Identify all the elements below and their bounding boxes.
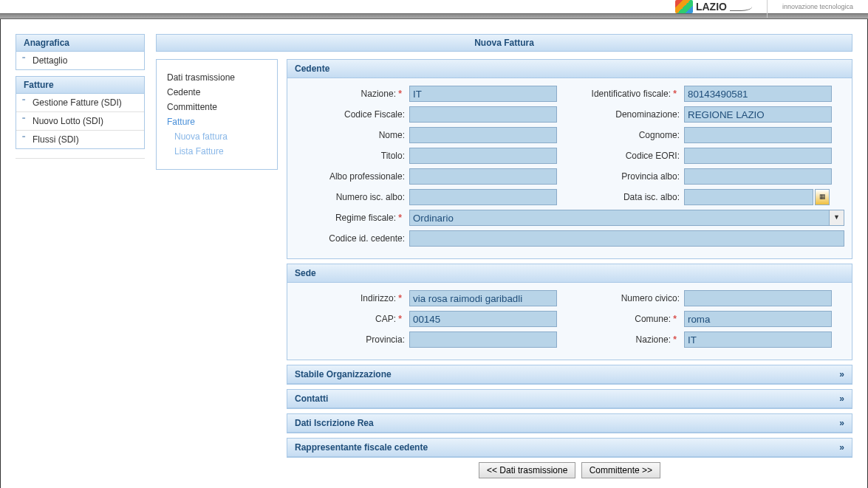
sidebar-item-gestione-fatture[interactable]: Gestione Fatture (SDI) — [16, 94, 144, 112]
step-dati-trasmissione[interactable]: Dati trasmissione — [164, 70, 270, 85]
label-codice-eori: Codice EORI: — [570, 151, 684, 161]
step-nuova-fattura[interactable]: Nuova fattura — [164, 129, 270, 144]
sidebar-item-dettaglio[interactable]: Dettaglio — [16, 52, 144, 69]
collapse-icon: » — [839, 394, 844, 404]
chevron-down-icon[interactable]: ▼ — [830, 210, 844, 226]
label-numero-civico: Numero civico: — [570, 293, 684, 303]
section-title-dati-iscr-rea: Dati Iscrizione Rea — [295, 418, 374, 428]
label-nome: Nome: — [295, 130, 409, 140]
sidebar: Anagrafica Dettaglio Fatture Gestione Fa… — [16, 34, 145, 478]
label-codice-id-cedente: Codice id. cedente: — [295, 233, 409, 244]
label-albo-prof: Albo professionale: — [295, 171, 409, 182]
input-codice-fiscale[interactable] — [409, 106, 557, 123]
input-nome[interactable] — [409, 127, 557, 143]
next-button[interactable]: Committente >> — [581, 462, 660, 478]
input-cap[interactable] — [409, 311, 557, 327]
input-indirizzo[interactable] — [409, 290, 557, 306]
section-rappresentante: Rappresentante fiscale cedente » — [287, 438, 852, 458]
label-codice-fiscale: Codice Fiscale: — [295, 109, 409, 120]
input-numero-civico[interactable] — [684, 290, 832, 306]
prev-button[interactable]: << Dati trasmissione — [479, 462, 575, 478]
step-fatture[interactable]: Fatture — [164, 114, 270, 129]
label-regime-fiscale: Regime fiscale: * — [295, 213, 409, 223]
section-header-dati-iscr-rea[interactable]: Dati Iscrizione Rea » — [287, 414, 852, 433]
section-title-rappresentante: Rappresentante fiscale cedente — [295, 442, 428, 453]
nav-buttons: << Dati trasmissione Committente >> — [287, 462, 852, 478]
sidebar-header-anagrafica: Anagrafica — [16, 35, 144, 52]
input-comune[interactable] — [684, 311, 832, 327]
input-titolo[interactable] — [409, 148, 557, 164]
section-contatti: Contatti » — [287, 389, 852, 409]
collapse-icon: » — [839, 369, 844, 379]
sidebar-divider — [16, 158, 145, 159]
section-title-sede: Sede — [295, 268, 316, 278]
label-nazione: Nazione: * — [295, 89, 409, 99]
step-lista-fatture[interactable]: Lista Fatture — [164, 144, 270, 159]
section-title-cedente: Cedente — [295, 63, 329, 74]
label-indirizzo: Indirizzo: * — [295, 293, 409, 303]
label-provincia: Provincia: — [295, 334, 409, 345]
content-area: Nuova Fattura Dati trasmissione Cedente … — [156, 34, 852, 478]
section-header-contatti[interactable]: Contatti » — [287, 390, 852, 408]
label-data-isc-albo: Data isc. albo: — [570, 192, 684, 202]
input-codice-id-cedente[interactable] — [409, 230, 844, 247]
label-comune: Comune: * — [570, 314, 684, 324]
sidebar-group-anagrafica: Anagrafica Dettaglio — [16, 34, 145, 70]
sidebar-group-fatture: Fatture Gestione Fatture (SDI) Nuovo Lot… — [16, 76, 145, 149]
input-denominazione[interactable] — [684, 106, 832, 123]
logo-lazio: LAZIO — [675, 0, 752, 13]
input-num-isc-albo[interactable] — [409, 189, 557, 205]
swoosh-icon — [730, 2, 752, 11]
top-divider — [0, 13, 868, 19]
step-committente[interactable]: Committente — [164, 100, 270, 114]
section-sede: Sede Indirizzo: * Numero civico: — [287, 264, 852, 360]
sidebar-header-fatture: Fatture — [16, 77, 144, 94]
section-stabile-org: Stabile Organizzazione » — [287, 365, 852, 385]
label-num-isc-albo: Numero isc. albo: — [295, 192, 409, 202]
logo-text: LAZIO — [696, 1, 727, 13]
calendar-icon[interactable]: ▦ — [815, 189, 830, 205]
select-regime-fiscale[interactable] — [409, 210, 830, 226]
section-title-contatti: Contatti — [295, 394, 328, 404]
step-cedente[interactable]: Cedente — [164, 85, 270, 100]
section-title-stabile-org: Stabile Organizzazione — [295, 369, 392, 379]
sidebar-item-flussi[interactable]: Flussi (SDI) — [16, 131, 144, 148]
input-id-fiscale[interactable] — [684, 86, 832, 102]
logo-separator — [767, 0, 768, 18]
label-cognome: Cognome: — [570, 130, 684, 140]
section-cedente: Cedente Nazione: * Identificativo fiscal… — [287, 59, 852, 259]
input-prov-albo[interactable] — [684, 168, 832, 185]
input-albo-prof[interactable] — [409, 168, 557, 185]
collapse-icon: » — [839, 442, 844, 453]
input-data-isc-albo[interactable] — [684, 189, 813, 205]
logo-tech-text: innovazione tecnologica — [782, 3, 853, 10]
input-nazione[interactable] — [409, 86, 557, 102]
form-area: Cedente Nazione: * Identificativo fiscal… — [287, 59, 852, 478]
label-cap: CAP: * — [295, 314, 409, 324]
lazio-flag-icon — [675, 0, 693, 13]
section-header-cedente[interactable]: Cedente — [287, 60, 852, 78]
input-codice-eori[interactable] — [684, 148, 832, 164]
label-sede-nazione: Nazione: * — [570, 334, 684, 345]
sidebar-item-nuovo-lotto[interactable]: Nuovo Lotto (SDI) — [16, 112, 144, 131]
section-header-stabile-org[interactable]: Stabile Organizzazione » — [287, 365, 852, 384]
section-dati-iscr-rea: Dati Iscrizione Rea » — [287, 413, 852, 433]
label-denominazione: Denominazione: — [570, 109, 684, 120]
input-cognome[interactable] — [684, 127, 832, 143]
collapse-icon: » — [839, 418, 844, 428]
panel-title: Nuova Fattura — [156, 34, 852, 52]
input-provincia[interactable] — [409, 331, 557, 348]
section-header-sede[interactable]: Sede — [287, 264, 852, 283]
label-titolo: Titolo: — [295, 151, 409, 161]
label-id-fiscale: Identificativo fiscale: * — [570, 89, 684, 99]
wizard-steps: Dati trasmissione Cedente Committente Fa… — [156, 59, 278, 170]
label-prov-albo: Provincia albo: — [570, 171, 684, 182]
section-header-rappresentante[interactable]: Rappresentante fiscale cedente » — [287, 439, 852, 457]
input-sede-nazione[interactable] — [684, 331, 832, 348]
